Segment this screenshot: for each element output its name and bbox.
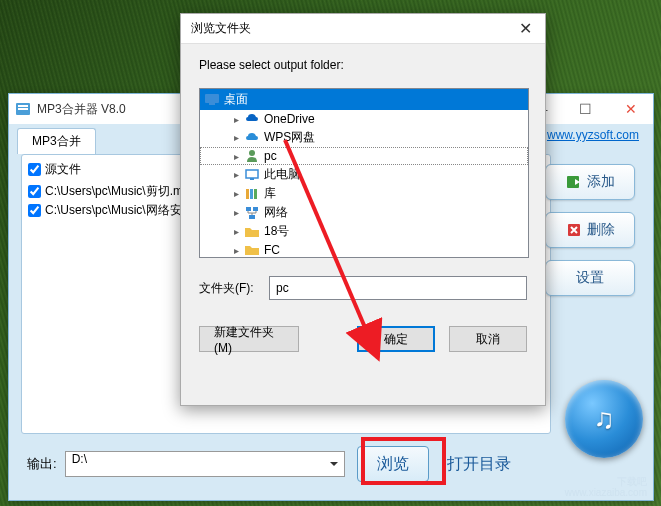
- new-folder-button[interactable]: 新建文件夹(M): [199, 326, 299, 352]
- svg-rect-1: [18, 105, 28, 107]
- tree-item[interactable]: ▸此电脑: [200, 165, 528, 184]
- svg-rect-6: [209, 103, 215, 105]
- svg-rect-13: [246, 207, 251, 211]
- folder-field-label: 文件夹(F):: [199, 280, 269, 297]
- expand-icon[interactable]: ▸: [230, 132, 242, 144]
- cloud-icon: [244, 130, 260, 146]
- svg-rect-5: [205, 94, 219, 103]
- tree-item[interactable]: ▸WPS网盘: [200, 128, 528, 147]
- cloud-icon: [244, 111, 260, 127]
- file-checkbox[interactable]: [28, 185, 41, 198]
- output-label: 输出:: [27, 455, 57, 473]
- expand-icon[interactable]: ▸: [230, 207, 242, 219]
- tab-mp3-merge[interactable]: MP3合并: [17, 128, 96, 154]
- svg-rect-10: [246, 189, 249, 199]
- network-icon: [244, 205, 260, 221]
- file-path: C:\Users\pc\Music\网络安: [45, 202, 182, 219]
- expand-icon[interactable]: ▸: [230, 188, 242, 200]
- tree-item[interactable]: ▸FC: [200, 241, 528, 258]
- folder-icon: [244, 224, 260, 240]
- select-all-checkbox[interactable]: [28, 163, 41, 176]
- music-note-icon: ♫: [594, 403, 615, 435]
- dialog-title: 浏览文件夹: [191, 20, 505, 37]
- file-checkbox[interactable]: [28, 204, 41, 217]
- dialog-close-button[interactable]: ✕: [505, 14, 545, 44]
- cancel-button[interactable]: 取消: [449, 326, 527, 352]
- add-icon: [565, 173, 583, 191]
- browse-folder-dialog: 浏览文件夹 ✕ Please select output folder: 桌面 …: [180, 13, 546, 406]
- library-icon: [244, 186, 260, 202]
- svg-rect-12: [254, 189, 257, 199]
- tree-item-selected[interactable]: ▸pc: [200, 147, 528, 165]
- dialog-titlebar[interactable]: 浏览文件夹 ✕: [181, 14, 545, 44]
- close-button[interactable]: ✕: [608, 94, 653, 124]
- user-icon: [244, 148, 260, 164]
- svg-rect-15: [249, 215, 255, 219]
- dialog-prompt: Please select output folder:: [199, 58, 527, 72]
- svg-rect-2: [18, 108, 28, 110]
- file-path: C:\Users\pc\Music\剪切.m: [45, 183, 183, 200]
- open-directory-button[interactable]: 打开目录: [447, 454, 511, 475]
- vendor-link[interactable]: www.yyzsoft.com: [547, 128, 639, 142]
- disc-icon: ♫: [565, 380, 643, 458]
- ok-button[interactable]: 确定: [357, 326, 435, 352]
- app-icon: [15, 101, 31, 117]
- tree-item[interactable]: ▸库: [200, 184, 528, 203]
- svg-rect-9: [250, 178, 254, 180]
- svg-rect-14: [253, 207, 258, 211]
- watermark: 下载吧 www.xiazaiba.com: [565, 476, 647, 498]
- folder-icon: [244, 242, 260, 258]
- delete-button[interactable]: 删除: [545, 212, 635, 248]
- tree-item[interactable]: ▸网络: [200, 203, 528, 222]
- output-path-select[interactable]: D:\: [65, 451, 345, 477]
- desktop-icon: [204, 92, 220, 108]
- expand-icon[interactable]: ▸: [230, 113, 242, 125]
- add-button[interactable]: 添加: [545, 164, 635, 200]
- folder-name-input[interactable]: [269, 276, 527, 300]
- svg-rect-11: [250, 189, 253, 199]
- browse-button[interactable]: 浏览: [357, 446, 429, 482]
- file-header-label: 源文件: [45, 161, 81, 178]
- folder-tree[interactable]: 桌面 ▸OneDrive ▸WPS网盘 ▸pc ▸此电脑 ▸库 ▸网络 ▸18号…: [199, 88, 529, 258]
- computer-icon: [244, 167, 260, 183]
- tree-item[interactable]: ▸18号: [200, 222, 528, 241]
- expand-icon[interactable]: ▸: [230, 226, 242, 238]
- svg-rect-8: [246, 170, 258, 178]
- expand-icon[interactable]: ▸: [230, 244, 242, 256]
- tree-root[interactable]: 桌面: [200, 89, 528, 110]
- svg-point-7: [249, 150, 255, 156]
- delete-icon: [565, 221, 583, 239]
- expand-icon[interactable]: ▸: [230, 169, 242, 181]
- settings-button[interactable]: 设置: [545, 260, 635, 296]
- tree-item[interactable]: ▸OneDrive: [200, 110, 528, 128]
- maximize-button[interactable]: ☐: [563, 94, 608, 124]
- expand-icon[interactable]: ▸: [230, 150, 242, 162]
